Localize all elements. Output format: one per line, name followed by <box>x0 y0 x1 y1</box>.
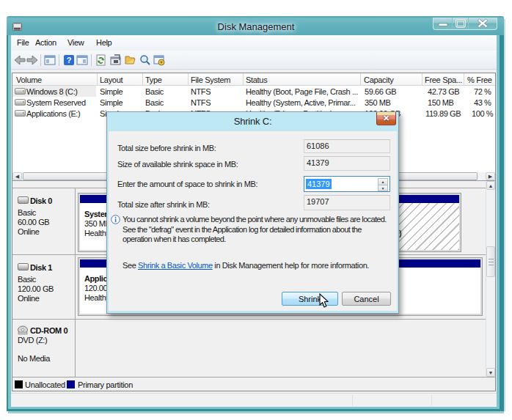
svg-text:?: ? <box>67 56 72 65</box>
